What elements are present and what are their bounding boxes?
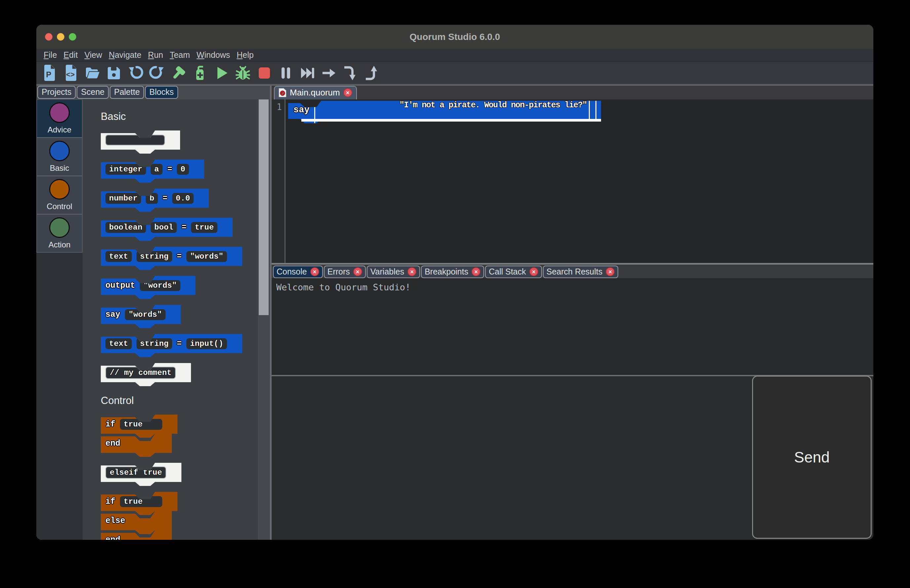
tab-close-icon[interactable]: × xyxy=(310,267,319,276)
block-part-pill[interactable]: text xyxy=(105,338,132,349)
palette-block-end[interactable]: end xyxy=(101,530,172,540)
step-over-icon[interactable] xyxy=(321,65,337,82)
block-part-label: else xyxy=(105,516,125,525)
menu-windows[interactable]: Windows xyxy=(193,50,233,60)
tab-scene[interactable]: Scene xyxy=(77,86,109,99)
block-part-field[interactable] xyxy=(105,135,165,145)
new-class-file-icon[interactable]: <> xyxy=(63,65,79,82)
block-part-pill[interactable]: 0 xyxy=(177,164,189,175)
clean-build-icon[interactable] xyxy=(192,65,208,82)
palette-block-end[interactable]: end xyxy=(101,434,172,457)
category-advice[interactable]: Advice xyxy=(36,99,82,138)
left-tab-bar: ProjectsScenePaletteBlocks xyxy=(36,85,270,99)
block-part-pill[interactable]: a xyxy=(151,164,163,175)
category-control[interactable]: Control xyxy=(36,176,82,214)
block-part-pill[interactable]: b xyxy=(146,193,158,204)
block-category-list: AdviceBasicControlAction xyxy=(36,99,82,540)
tab-close-icon[interactable]: × xyxy=(353,267,362,276)
editor-tab-close-icon[interactable]: × xyxy=(343,88,352,97)
left-panel: ProjectsScenePaletteBlocks AdviceBasicCo… xyxy=(36,85,272,540)
tab-search-results[interactable]: Search Results× xyxy=(543,266,619,278)
tab-blocks[interactable]: Blocks xyxy=(145,86,178,99)
tab-console[interactable]: Console× xyxy=(273,266,323,278)
palette-block-text[interactable]: textstring="words" xyxy=(101,247,242,270)
open-project-icon[interactable] xyxy=(85,65,100,82)
palette-block-elseif-true[interactable]: elseif true xyxy=(101,463,181,486)
step-out-icon[interactable] xyxy=(364,65,380,82)
palette-section-title: Basic xyxy=(101,111,270,123)
redo-icon[interactable] xyxy=(149,65,165,82)
tab-errors[interactable]: Errors× xyxy=(324,266,366,278)
tab-breakpoints[interactable]: Breakpoints× xyxy=(421,266,484,278)
block-part-pill[interactable]: true xyxy=(120,419,162,430)
block-part-pill[interactable]: elseif true xyxy=(105,467,166,479)
block-part-pill[interactable]: string xyxy=(136,251,172,262)
palette-block-say[interactable]: say"words" xyxy=(101,305,181,328)
pause-icon[interactable] xyxy=(278,65,294,82)
category-basic[interactable]: Basic xyxy=(36,138,82,176)
palette-block-output[interactable]: output"words" xyxy=(101,276,196,299)
say-block-wrapper: say "I'm not a pirate. Would non-pirates… xyxy=(288,101,601,123)
menu-file[interactable]: File xyxy=(40,50,60,60)
palette-block-number[interactable]: numberb=0.0 xyxy=(101,189,209,212)
step-into-icon[interactable] xyxy=(342,65,358,82)
palette-block-boolean[interactable]: booleanbool=true xyxy=(101,218,233,241)
block-part-pill[interactable]: boolean xyxy=(105,222,146,233)
block-part-pill[interactable]: 0.0 xyxy=(172,193,194,204)
tab-close-icon[interactable]: × xyxy=(472,267,480,276)
editor-code-area[interactable]: say "I'm not a pirate. Would non-pirates… xyxy=(286,99,873,263)
tab-variables[interactable]: Variables× xyxy=(367,266,420,278)
selection-underline xyxy=(301,119,601,121)
undo-icon[interactable] xyxy=(128,65,144,82)
menu-view[interactable]: View xyxy=(81,50,105,60)
block-part-pill[interactable]: bool xyxy=(151,222,177,233)
block-part-pill[interactable]: true xyxy=(120,496,162,507)
console-output: Welcome to Quorum Studio! xyxy=(272,278,873,375)
menu-help[interactable]: Help xyxy=(233,50,257,60)
category-label: Control xyxy=(47,202,72,211)
tab-close-icon[interactable]: × xyxy=(606,267,614,276)
block-part-pill[interactable]: "words" xyxy=(140,280,180,291)
fast-forward-icon[interactable] xyxy=(299,65,315,82)
category-action[interactable]: Action xyxy=(36,214,82,253)
block-part-pill[interactable]: number xyxy=(105,193,141,204)
tab-call-stack[interactable]: Call Stack× xyxy=(485,266,542,278)
build-icon[interactable] xyxy=(170,65,186,82)
menu-edit[interactable]: Edit xyxy=(60,50,81,60)
block-part-op: = xyxy=(177,252,182,261)
tab-close-icon[interactable]: × xyxy=(529,267,538,276)
block-part-pill[interactable]: text xyxy=(105,251,132,262)
save-icon[interactable] xyxy=(106,65,122,82)
block-part-pill[interactable]: "words" xyxy=(125,309,166,320)
code-editor[interactable]: 1 say "I'm not a pirate. Would non-pirat… xyxy=(272,99,873,263)
palette-scrollbar[interactable] xyxy=(258,99,270,540)
menu-run[interactable]: Run xyxy=(145,50,166,60)
block-part-pill[interactable]: // my comment xyxy=(105,367,176,379)
block-part-pill[interactable]: true xyxy=(191,222,217,233)
tab-projects[interactable]: Projects xyxy=(37,86,76,99)
debug-icon[interactable] xyxy=(235,65,251,82)
block-part-label: if xyxy=(105,420,115,429)
palette-block-blank[interactable] xyxy=(101,131,180,153)
palette-scrollbar-thumb[interactable] xyxy=(259,99,268,315)
menu-team[interactable]: Team xyxy=(166,50,193,60)
line-number: 1 xyxy=(272,102,282,112)
editor-gutter: 1 xyxy=(272,99,286,263)
editor-tab-main-quorum[interactable]: Main.quorum × xyxy=(274,86,357,99)
category-circle-icon xyxy=(49,141,70,161)
run-icon[interactable] xyxy=(213,65,230,82)
block-part-pill[interactable]: "words" xyxy=(186,251,227,262)
palette-block-my-comment[interactable]: // my comment xyxy=(101,363,191,386)
stop-icon[interactable] xyxy=(256,65,272,82)
block-part-pill[interactable]: input() xyxy=(186,338,227,349)
tab-close-icon[interactable]: × xyxy=(407,267,416,276)
menu-navigate[interactable]: Navigate xyxy=(105,50,145,60)
tab-palette[interactable]: Palette xyxy=(110,86,144,99)
console-welcome-text: Welcome to Quorum Studio! xyxy=(276,282,411,292)
send-button[interactable]: Send xyxy=(752,376,872,539)
palette-block-integer[interactable]: integera=0 xyxy=(101,160,204,183)
palette-block-text[interactable]: textstring=input() xyxy=(101,334,242,357)
block-part-pill[interactable]: string xyxy=(136,338,172,349)
block-part-pill[interactable]: integer xyxy=(105,164,146,175)
new-project-file-icon[interactable]: P xyxy=(42,65,58,82)
